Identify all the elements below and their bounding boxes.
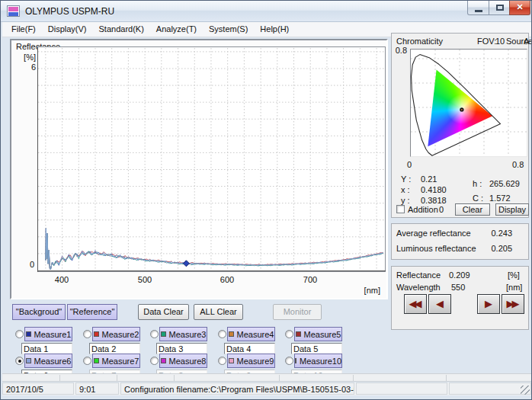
measure-button-5[interactable]: Measure5 bbox=[294, 327, 342, 341]
measure-radio-5[interactable] bbox=[285, 330, 293, 338]
measure-radio-8[interactable] bbox=[150, 357, 159, 365]
measure-button-label: Measure3 bbox=[169, 330, 207, 339]
app-window: OLYMPUS USPM-RU ✕ File(F)Display(V)Stand… bbox=[0, 0, 532, 400]
measure-color-swatch bbox=[295, 358, 296, 363]
data-field-5[interactable] bbox=[291, 343, 342, 354]
measure-button-6[interactable]: Measure6 bbox=[24, 354, 72, 368]
measure-color-swatch bbox=[26, 358, 31, 363]
statusbar: 2017/10/5 9:01 Configuration filename:C:… bbox=[2, 382, 531, 395]
measure-button-2[interactable]: Measure2 bbox=[92, 327, 140, 341]
measure-button-label: Measure8 bbox=[169, 357, 207, 366]
measure-color-swatch bbox=[94, 331, 99, 337]
data-field-1[interactable] bbox=[21, 343, 72, 354]
measure-button-label: Measure5 bbox=[304, 330, 341, 339]
measure-button-label: Measure4 bbox=[237, 330, 274, 339]
measure-color-swatch bbox=[229, 331, 234, 337]
measure-radio-9[interactable] bbox=[218, 357, 226, 365]
data-field-3[interactable] bbox=[156, 343, 207, 354]
measure-radio-3[interactable] bbox=[150, 330, 159, 338]
measure-radio-10[interactable] bbox=[285, 357, 293, 365]
measure-button-8[interactable]: Measure8 bbox=[159, 354, 207, 368]
measure-button-3[interactable]: Measure3 bbox=[159, 327, 207, 341]
measure-color-swatch bbox=[161, 358, 166, 363]
measure-button-1[interactable]: Measure1 bbox=[24, 327, 72, 341]
measure-button-label: Measure9 bbox=[237, 357, 274, 366]
measure-radio-2[interactable] bbox=[83, 330, 91, 338]
measure-button-label: Measure6 bbox=[34, 357, 72, 366]
status-empty-2 bbox=[449, 382, 531, 395]
measure-button-4[interactable]: Measure4 bbox=[227, 327, 275, 341]
status-empty-1 bbox=[356, 382, 447, 395]
measure-color-swatch bbox=[161, 331, 166, 337]
measure-color-swatch bbox=[94, 358, 99, 363]
measure-color-swatch bbox=[229, 358, 234, 363]
measure-button-label: Measure7 bbox=[102, 357, 139, 366]
status-time: 9:01 bbox=[75, 382, 119, 395]
data-field-4[interactable] bbox=[224, 343, 275, 354]
measure-radio-7[interactable] bbox=[83, 357, 91, 365]
status-date: 2017/10/5 bbox=[2, 382, 74, 395]
status-config: Configuration filename:C:\Program Files\… bbox=[120, 382, 354, 395]
measure-color-swatch bbox=[26, 331, 31, 337]
data-field-2[interactable] bbox=[89, 343, 140, 354]
measure-button-9[interactable]: Measure9 bbox=[227, 354, 275, 368]
measure-color-swatch bbox=[296, 331, 301, 337]
measure-button-7[interactable]: Measure7 bbox=[92, 354, 140, 368]
resize-grip[interactable] bbox=[521, 386, 530, 395]
measure-button-label: Measure10 bbox=[300, 357, 341, 366]
measure-button-10[interactable]: Measure10 bbox=[294, 354, 342, 368]
substatus-bar bbox=[2, 373, 531, 382]
measure-radio-6[interactable] bbox=[15, 357, 24, 365]
measure-radio-1[interactable] bbox=[15, 330, 24, 338]
measure-button-label: Measure1 bbox=[34, 330, 72, 339]
measure-grid: Measure1Measure2Measure3Measure4Measure5… bbox=[1, 1, 532, 400]
measure-button-label: Measure2 bbox=[102, 330, 139, 339]
measure-radio-4[interactable] bbox=[218, 330, 226, 338]
